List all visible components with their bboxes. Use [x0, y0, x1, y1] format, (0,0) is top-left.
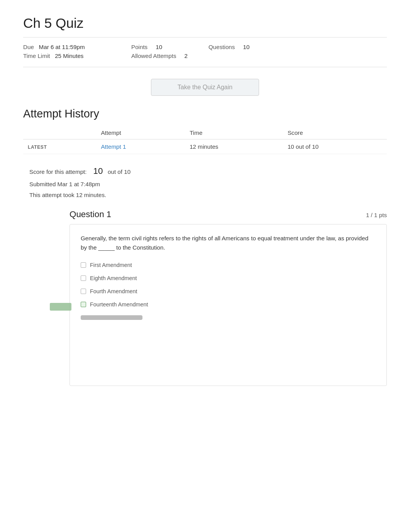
blurred-text-1 — [81, 315, 142, 320]
col-header-time: Time — [185, 126, 283, 139]
allowed-attempts-value: 2 — [185, 53, 188, 59]
due-row: Due Mar 6 at 11:59pm — [23, 44, 131, 50]
col-header-score: Score — [283, 126, 387, 139]
due-value: Mar 6 at 11:59pm — [39, 44, 85, 50]
option-first-amendment: First Amendment — [81, 262, 376, 268]
points-row: Points 10 — [131, 44, 208, 50]
blurred-answer-area — [81, 315, 376, 322]
question-extra-space — [81, 322, 376, 376]
due-label: Due — [23, 44, 34, 50]
questions-value: 10 — [243, 44, 250, 50]
questions-row: Questions 10 — [208, 44, 286, 50]
checkbox-fourteenth — [81, 302, 86, 307]
option-label-fourteenth: Fourteenth Amendment — [90, 301, 148, 308]
quiz-meta: Due Mar 6 at 11:59pm Points 10 Questions… — [23, 44, 387, 59]
allowed-attempts-label: Allowed Attempts — [131, 53, 176, 59]
divider-meta-bottom — [23, 67, 387, 67]
time-limit-label: Time Limit — [23, 53, 50, 59]
points-label: Points — [131, 44, 147, 50]
page-title: Ch 5 Quiz — [23, 15, 387, 31]
option-eighth-amendment: Eighth Amendment — [81, 275, 376, 281]
take-quiz-button[interactable]: Take the Quiz Again — [151, 79, 259, 96]
correct-indicator-bar — [50, 303, 71, 311]
checkbox-first — [81, 262, 86, 268]
option-label-eighth: Eighth Amendment — [90, 275, 137, 281]
col-header-badge — [23, 126, 96, 139]
option-fourth-amendment: Fourth Amendment — [81, 288, 376, 294]
question-header: Question 1 1 / 1 pts — [69, 209, 387, 219]
checkbox-fourth — [81, 289, 86, 294]
divider-top — [23, 37, 387, 37]
table-row: LATEST Attempt 1 12 minutes 10 out of 10 — [23, 139, 387, 154]
latest-badge: LATEST — [28, 144, 47, 150]
time-limit-row: Time Limit 25 Minutes — [23, 53, 131, 59]
attempt-link[interactable]: Attempt 1 — [101, 143, 126, 150]
option-label-fourth: Fourth Amendment — [90, 288, 137, 294]
option-fourteenth-amendment: Fourteenth Amendment — [81, 301, 376, 308]
col-header-attempt: Attempt — [96, 126, 185, 139]
questions-label: Questions — [208, 44, 235, 50]
allowed-attempts-row: Allowed Attempts 2 — [131, 53, 286, 59]
question-pts: 1 / 1 pts — [366, 212, 387, 218]
question-title: Question 1 — [69, 209, 111, 219]
attempt-score: 10 out of 10 — [283, 139, 387, 154]
time-limit-value: 25 Minutes — [55, 53, 83, 59]
attempt-history-table: Attempt Time Score LATEST Attempt 1 12 m… — [23, 126, 387, 154]
score-suffix: out of 10 — [108, 168, 130, 175]
attempt-time: 12 minutes — [185, 139, 283, 154]
question-container: Question 1 1 / 1 pts Generally, the term… — [69, 209, 387, 386]
checkbox-eighth — [81, 275, 86, 281]
points-value: 10 — [156, 44, 162, 50]
option-label-first: First Amendment — [90, 262, 132, 268]
score-line: Score for this attempt: 10 out of 10 — [29, 163, 387, 179]
question-text: Generally, the term civil rights refers … — [81, 234, 376, 253]
duration-line: This attempt took 12 minutes. — [29, 190, 387, 200]
attempt-summary: Score for this attempt: 10 out of 10 Sub… — [29, 163, 387, 200]
score-number: 10 — [93, 166, 103, 176]
attempt-history-title: Attempt History — [23, 107, 387, 120]
question-box: Generally, the term civil rights refers … — [69, 224, 387, 386]
submitted-line: Submitted Mar 1 at 7:48pm — [29, 179, 387, 189]
score-label: Score for this attempt: — [29, 168, 87, 175]
